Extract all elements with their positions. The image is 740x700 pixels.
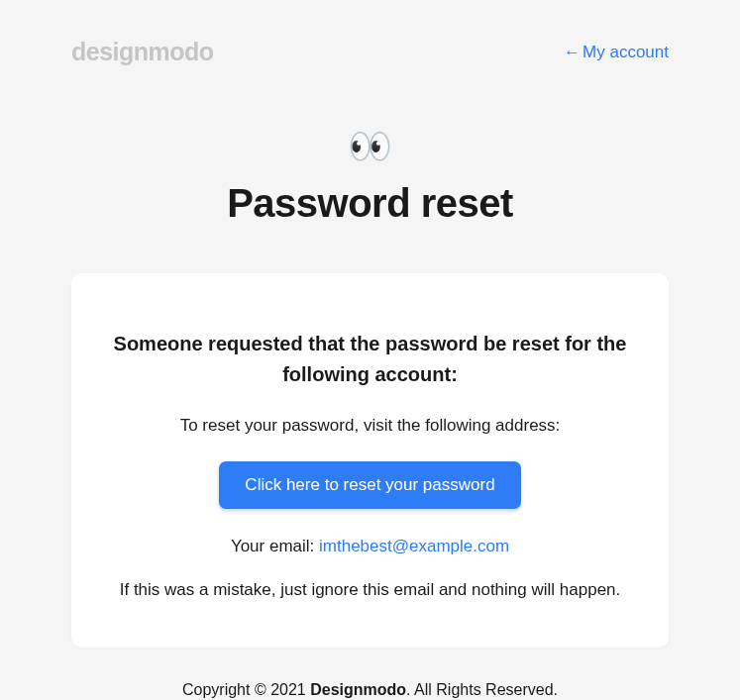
eyes-icon: 👀	[71, 126, 669, 167]
brand-logo: designmodo	[71, 38, 214, 66]
email-value[interactable]: imthebest@example.com	[319, 537, 509, 555]
email-label: Your email:	[231, 537, 319, 555]
hero-section: 👀 Password reset	[71, 126, 669, 226]
my-account-link[interactable]: ←My account	[564, 43, 669, 62]
footer-suffix: . All Rights Reserved.	[406, 681, 558, 698]
card-heading: Someone requested that the password be r…	[113, 329, 627, 390]
card-disclaimer: If this was a mistake, just ignore this …	[113, 580, 627, 600]
footer-prefix: Copyright © 2021	[182, 681, 310, 698]
reset-password-button[interactable]: Click here to reset your password	[219, 461, 520, 509]
footer-brand: Designmodo	[310, 681, 406, 698]
email-line: Your email: imthebest@example.com	[113, 537, 627, 556]
header: designmodo ←My account	[71, 38, 669, 66]
content-card: Someone requested that the password be r…	[71, 273, 669, 648]
email-container: designmodo ←My account 👀 Password reset …	[0, 0, 740, 699]
page-title: Password reset	[71, 181, 669, 226]
footer: Copyright © 2021 Designmodo. All Rights …	[71, 648, 669, 699]
arrow-left-icon: ←	[564, 43, 581, 61]
my-account-label: My account	[582, 43, 669, 61]
card-instruction: To reset your password, visit the follow…	[113, 416, 627, 436]
